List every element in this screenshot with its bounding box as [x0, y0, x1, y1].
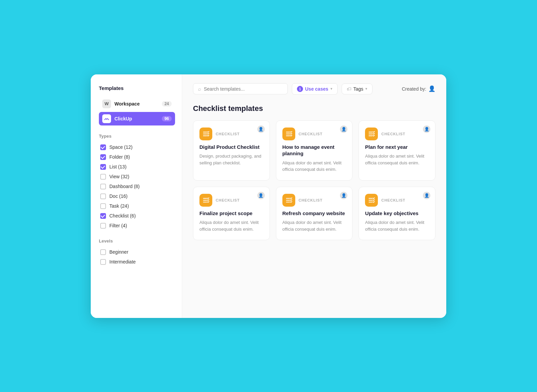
- card-title-4: Refresh company website: [282, 210, 346, 217]
- checkbox-dashboard: [100, 184, 106, 189]
- card-desc-4: Aliqua dolor do amet sint. Velit officia…: [282, 219, 346, 232]
- svg-rect-0: [203, 132, 207, 132]
- card-type-label-1: CHECKLIST: [299, 132, 323, 136]
- card-title-0: Digital Product Checklist: [199, 144, 263, 151]
- checkbox-view: [100, 174, 106, 180]
- svg-rect-3: [286, 132, 290, 132]
- checkbox-space: [100, 144, 106, 150]
- tags-chevron-icon: ▾: [365, 87, 367, 91]
- level-filter-beginner[interactable]: Beginner: [99, 248, 175, 257]
- card-avatar-1: 👤: [340, 125, 347, 133]
- checklist-icon-1: [282, 128, 295, 140]
- type-label-dashboard: Dashboard (8): [109, 184, 140, 189]
- use-cases-button[interactable]: 1 Use cases ▾: [292, 83, 338, 95]
- template-card-5[interactable]: 👤 CHECKLIST Update key objectives Aliqua…: [359, 187, 435, 240]
- card-type-label-3: CHECKLIST: [216, 198, 240, 202]
- template-card-1[interactable]: 👤 CHECKLIST How to manage event planning…: [276, 120, 353, 181]
- sidebar-title: Templates: [99, 85, 175, 91]
- sidebar-item-workspace[interactable]: W Workspace 24: [99, 97, 175, 111]
- main-content: ⌕ 1 Use cases ▾ 🏷 Tags ▾ Created by: 👤 C…: [182, 74, 446, 318]
- card-avatar-5: 👤: [423, 192, 430, 199]
- sidebar-clickup-badge: 96: [162, 116, 172, 121]
- template-card-3[interactable]: 👤 CHECKLIST Finalize project scope Aliqu…: [193, 187, 270, 240]
- tags-icon: 🏷: [347, 86, 351, 92]
- user-icon: 👤: [428, 85, 435, 92]
- type-filter-doc[interactable]: Doc (16): [99, 192, 175, 201]
- type-filter-filter[interactable]: Filter (4): [99, 221, 175, 230]
- card-desc-5: Aliqua dolor do amet sint. Velit officia…: [365, 219, 429, 232]
- type-label-view: View (32): [109, 174, 129, 179]
- type-filter-view[interactable]: View (32): [99, 172, 175, 181]
- card-desc-2: Aliqua dolor do amet sint. Velit officia…: [365, 153, 429, 166]
- card-type-row-4: CHECKLIST: [282, 194, 346, 207]
- svg-rect-13: [286, 200, 290, 201]
- checkbox-checklist: [100, 213, 106, 219]
- card-type-row-5: CHECKLIST: [365, 194, 429, 207]
- svg-rect-5: [286, 135, 290, 136]
- svg-rect-14: [286, 202, 290, 202]
- checkbox-filter: [100, 223, 106, 229]
- type-label-filter: Filter (4): [109, 223, 127, 228]
- checklist-icon-2: [365, 128, 378, 140]
- svg-rect-11: [203, 202, 207, 202]
- card-title-3: Finalize project scope: [199, 210, 263, 217]
- checkbox-beginner: [100, 249, 106, 255]
- use-cases-label: Use cases: [305, 86, 328, 92]
- templates-grid: 👤 CHECKLIST Digital Product Checklist De…: [193, 120, 435, 240]
- template-card-4[interactable]: 👤 CHECKLIST Refresh company website Aliq…: [276, 187, 353, 240]
- svg-rect-6: [369, 132, 373, 132]
- type-label-checklist: Checklist (6): [109, 213, 136, 218]
- level-label-intermediate: Intermediate: [109, 259, 136, 264]
- type-label-space: Space (12): [109, 144, 132, 150]
- card-desc-3: Aliqua dolor do amet sint. Velit officia…: [199, 219, 263, 232]
- use-cases-chevron-icon: ▾: [330, 87, 332, 91]
- svg-rect-16: [369, 200, 373, 201]
- level-filter-intermediate[interactable]: Intermediate: [99, 257, 175, 267]
- level-label-beginner: Beginner: [109, 249, 128, 255]
- type-filter-checklist[interactable]: Checklist (6): [99, 211, 175, 221]
- svg-rect-9: [203, 198, 207, 199]
- card-desc-0: Design, product packaging, and selling p…: [199, 153, 263, 166]
- card-type-row-3: CHECKLIST: [199, 194, 263, 207]
- app-container: Templates W Workspace 24 ClickUp 96 Type…: [91, 74, 446, 318]
- search-input[interactable]: [204, 86, 283, 92]
- levels-list: Beginner Intermediate: [99, 248, 175, 267]
- types-list: Space (12) Folder (8) List (13) View (32…: [99, 143, 175, 230]
- clickup-icon: [102, 114, 111, 123]
- template-card-2[interactable]: 👤 CHECKLIST Plan for next year Aliqua do…: [359, 120, 435, 181]
- checklist-icon-5: [365, 194, 378, 207]
- card-type-label-5: CHECKLIST: [381, 198, 405, 202]
- levels-section-title: Levels: [99, 238, 175, 244]
- card-avatar-4: 👤: [340, 192, 347, 199]
- sidebar-item-clickup[interactable]: ClickUp 96: [99, 112, 175, 125]
- use-cases-badge: 1: [297, 86, 303, 92]
- card-title-2: Plan for next year: [365, 144, 429, 151]
- checkbox-intermediate: [100, 259, 106, 265]
- svg-rect-1: [203, 134, 207, 134]
- type-filter-list[interactable]: List (13): [99, 162, 175, 171]
- svg-rect-8: [369, 135, 373, 136]
- template-card-0[interactable]: 👤 CHECKLIST Digital Product Checklist De…: [193, 120, 270, 181]
- card-type-label-2: CHECKLIST: [381, 132, 405, 136]
- search-box[interactable]: ⌕: [193, 83, 288, 94]
- tags-label: Tags: [353, 86, 364, 92]
- sidebar: Templates W Workspace 24 ClickUp 96 Type…: [91, 74, 182, 318]
- checklist-icon-0: [199, 128, 212, 140]
- checklist-icon-4: [282, 194, 295, 207]
- type-filter-dashboard[interactable]: Dashboard (8): [99, 182, 175, 191]
- svg-rect-7: [369, 134, 373, 134]
- card-title-5: Update key objectives: [365, 210, 429, 217]
- svg-rect-15: [369, 198, 373, 199]
- sidebar-clickup-label: ClickUp: [114, 116, 162, 121]
- created-by-section: Created by: 👤: [402, 85, 435, 92]
- type-filter-space[interactable]: Space (12): [99, 143, 175, 152]
- sidebar-workspace-label: Workspace: [114, 101, 162, 107]
- type-filter-folder[interactable]: Folder (8): [99, 153, 175, 162]
- toolbar: ⌕ 1 Use cases ▾ 🏷 Tags ▾ Created by: 👤: [193, 83, 435, 95]
- card-type-row-1: CHECKLIST: [282, 128, 346, 140]
- card-desc-1: Aliqua dolor do amet sint. Velit officia…: [282, 160, 346, 173]
- type-filter-task[interactable]: Task (24): [99, 202, 175, 211]
- tags-button[interactable]: 🏷 Tags ▾: [342, 84, 373, 94]
- svg-rect-2: [203, 135, 207, 136]
- checkbox-folder: [100, 154, 106, 160]
